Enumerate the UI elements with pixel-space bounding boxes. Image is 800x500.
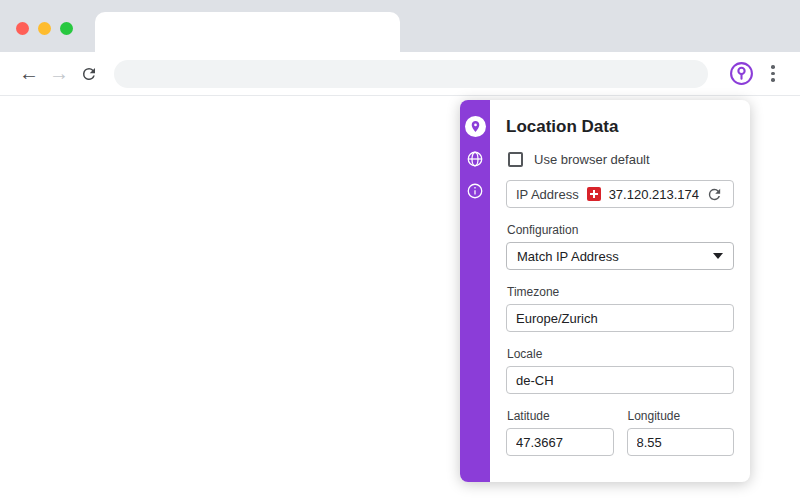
panel-body: Location Data Use browser default IP Add…	[490, 100, 750, 482]
reload-icon	[80, 65, 98, 83]
use-browser-default-checkbox[interactable]	[508, 152, 523, 167]
sidebar-item-info[interactable]	[465, 180, 486, 201]
refresh-ip-button[interactable]	[704, 184, 724, 204]
browser-window: ← →	[0, 0, 800, 500]
longitude-label: Longitude	[628, 409, 735, 423]
chevron-down-icon	[713, 253, 723, 259]
extension-button[interactable]	[726, 59, 756, 89]
timezone-input[interactable]	[506, 304, 734, 332]
use-browser-default-label: Use browser default	[534, 152, 650, 167]
minimize-window-button[interactable]	[38, 22, 51, 35]
longitude-input[interactable]	[627, 428, 735, 456]
browser-toolbar: ← →	[0, 52, 800, 96]
sidebar-item-globe[interactable]	[465, 148, 486, 169]
forward-button[interactable]: →	[44, 59, 74, 89]
menu-dots-icon	[771, 78, 775, 82]
latitude-label: Latitude	[507, 409, 614, 423]
coordinates-row: Latitude Longitude	[506, 409, 734, 471]
menu-dots-icon	[771, 72, 775, 76]
back-button[interactable]: ←	[14, 59, 44, 89]
configuration-field: Configuration Match IP Address	[506, 223, 734, 270]
refresh-icon	[706, 186, 723, 203]
maximize-window-button[interactable]	[60, 22, 73, 35]
page-title: Location Data	[506, 117, 734, 137]
latitude-field: Latitude	[506, 409, 614, 471]
traffic-lights	[16, 22, 73, 35]
location-data-panel: Location Data Use browser default IP Add…	[460, 100, 750, 482]
ip-address-label: IP Address	[516, 187, 579, 202]
latitude-input[interactable]	[506, 428, 614, 456]
location-spoofer-extension-icon	[729, 61, 754, 86]
close-window-button[interactable]	[16, 22, 29, 35]
switzerland-flag-icon	[587, 187, 601, 201]
address-bar[interactable]	[114, 60, 708, 88]
ip-address-value: 37.120.213.174	[609, 187, 699, 202]
panel-sidebar	[460, 100, 490, 482]
locale-input[interactable]	[506, 366, 734, 394]
configuration-value: Match IP Address	[517, 249, 619, 264]
configuration-select[interactable]: Match IP Address	[506, 242, 734, 270]
reload-button[interactable]	[74, 59, 104, 89]
page-content: Location Data Use browser default IP Add…	[0, 96, 800, 500]
location-pin-icon	[469, 120, 482, 133]
tab-strip	[0, 0, 800, 52]
timezone-label: Timezone	[507, 285, 734, 299]
use-browser-default-row[interactable]: Use browser default	[508, 152, 734, 167]
browser-tab[interactable]	[95, 12, 400, 52]
globe-icon	[466, 150, 484, 168]
sidebar-item-location[interactable]	[465, 116, 486, 137]
locale-label: Locale	[507, 347, 734, 361]
browser-menu-button[interactable]	[760, 59, 786, 89]
menu-dots-icon	[771, 65, 775, 69]
configuration-label: Configuration	[507, 223, 734, 237]
ip-address-row: IP Address 37.120.213.174	[506, 180, 734, 208]
locale-field: Locale	[506, 347, 734, 394]
timezone-field: Timezone	[506, 285, 734, 332]
address-input[interactable]	[128, 66, 694, 81]
longitude-field: Longitude	[627, 409, 735, 471]
info-icon	[466, 182, 484, 200]
